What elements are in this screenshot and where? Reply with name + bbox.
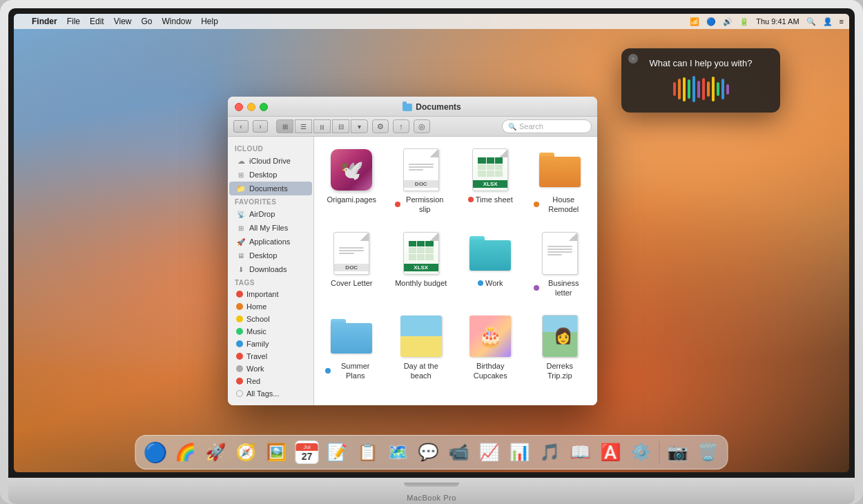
file-item-summer[interactable]: Summer Plans xyxy=(322,311,381,384)
menu-window[interactable]: Window xyxy=(162,17,192,26)
sidebar-item-all-files[interactable]: ⊞ All My Files xyxy=(229,221,312,235)
menu-go[interactable]: Go xyxy=(142,17,153,26)
sidebar-all-tags[interactable]: All Tags... xyxy=(229,387,312,400)
forward-button[interactable]: › xyxy=(253,120,268,133)
dock-trash[interactable]: 🗑️ xyxy=(695,438,722,466)
cover-view-button[interactable]: ⊟ xyxy=(332,119,349,133)
reminders-dock-icon: 📋 xyxy=(358,443,378,462)
tags-button[interactable]: ◎ xyxy=(414,119,430,133)
dock-numbers[interactable]: 📊 xyxy=(506,438,534,466)
file-item-cupcakes[interactable]: 🎂 Birthday Cupcakes xyxy=(461,311,520,384)
tags-header: Tags xyxy=(228,276,313,288)
file-item-business[interactable]: Business letter xyxy=(531,229,590,301)
sidebar-tag-home[interactable]: Home xyxy=(229,300,312,313)
dock-maps[interactable]: 🗺️ xyxy=(385,438,412,466)
list-view-button[interactable]: ☰ xyxy=(295,119,312,133)
sidebar-tag-important[interactable]: Important xyxy=(229,288,312,300)
dock-reminders[interactable]: 📋 xyxy=(354,438,382,466)
dock-finder[interactable]: 🔵 xyxy=(142,438,169,466)
icon-view-button[interactable]: ⊞ xyxy=(276,119,293,133)
search-icon[interactable]: 🔍 xyxy=(806,17,816,26)
trash-dock-icon: 🗑️ xyxy=(698,443,719,462)
dock-appstore[interactable]: 🅰️ xyxy=(597,438,625,466)
grid-cell xyxy=(487,164,494,171)
dock-books[interactable]: 📖 xyxy=(567,438,594,466)
menu-finder[interactable]: Finder xyxy=(32,17,57,26)
sidebar-item-desktop[interactable]: ⊞ Desktop xyxy=(229,168,312,182)
file-icon-budget: XLSX xyxy=(399,231,443,275)
file-item-timesheet[interactable]: XLSX Time sheet xyxy=(461,145,520,217)
dock-facetime[interactable]: 📹 xyxy=(445,438,473,466)
back-button[interactable]: ‹ xyxy=(233,120,249,133)
file-label: Origami.pages xyxy=(327,195,376,204)
file-item-permission[interactable]: DOC Permission slip xyxy=(392,145,451,217)
file-item-cover-letter[interactable]: DOC Cover Letter xyxy=(322,229,381,301)
zip-icon: 👩 xyxy=(542,315,578,358)
doc-line xyxy=(409,164,434,165)
file-item-origami[interactable]: 🕊️ Origami.pages xyxy=(322,145,381,217)
action-button[interactable]: ⚙ xyxy=(372,119,389,133)
column-view-button[interactable]: ⫼ xyxy=(313,119,331,133)
menu-edit[interactable]: Edit xyxy=(90,17,104,26)
minimize-button[interactable] xyxy=(247,103,255,111)
sidebar-item-airdrop[interactable]: 📡 AirDrop xyxy=(229,207,312,221)
dock-calendar[interactable]: Jul 27 xyxy=(293,438,321,466)
camera-dock-icon: 📷 xyxy=(668,443,688,462)
file-item-work[interactable]: Work xyxy=(461,229,520,301)
dock-music[interactable]: 🎵 xyxy=(536,438,564,466)
sidebar-item-icloud-drive[interactable]: ☁ iCloud Drive xyxy=(229,154,312,168)
stocks-dock-icon: 📈 xyxy=(479,443,500,462)
sidebar-tag-work[interactable]: Work xyxy=(229,362,312,375)
messages-dock-icon: 💬 xyxy=(418,443,439,462)
menu-help[interactable]: Help xyxy=(201,17,218,26)
list-icon[interactable]: ≡ xyxy=(840,17,844,26)
sidebar-tag-travel[interactable]: Travel xyxy=(229,350,312,362)
file-item-house-remodel[interactable]: House Remodel xyxy=(531,145,590,217)
dock-launchpad[interactable]: 🚀 xyxy=(202,438,230,466)
dock-photos-app[interactable]: 🖼️ xyxy=(263,438,291,466)
photo-cupcakes: 🎂 xyxy=(469,316,511,357)
sidebar-tag-family[interactable]: Family xyxy=(229,338,312,350)
wave-bar-5 xyxy=(692,76,695,102)
facetime-dock-icon: 📹 xyxy=(449,443,469,462)
title-folder-icon xyxy=(403,104,412,111)
file-item-budget[interactable]: XLSX Monthly budget xyxy=(392,229,451,301)
folder-body xyxy=(331,323,372,353)
finder-content: 🕊️ Origami.pages xyxy=(314,137,597,405)
dock-stocks[interactable]: 📈 xyxy=(476,438,503,466)
share-button[interactable]: ↑ xyxy=(393,119,409,133)
menu-view[interactable]: View xyxy=(114,17,132,26)
wave-bar-3 xyxy=(683,77,686,101)
sidebar-tag-school[interactable]: School xyxy=(229,313,312,325)
safari-dock-icon: 🧭 xyxy=(236,443,257,462)
options-button[interactable]: ▾ xyxy=(351,119,368,133)
dock-safari[interactable]: 🧭 xyxy=(233,438,260,466)
siri-close-button[interactable]: × xyxy=(628,54,638,64)
file-item-derreks[interactable]: 👩 Derreks Trip.zip xyxy=(531,311,590,384)
dock-settings[interactable]: ⚙️ xyxy=(628,438,655,466)
search-box[interactable]: 🔍 Search xyxy=(502,119,592,133)
dock-messages[interactable]: 💬 xyxy=(415,438,443,466)
file-icon-cover: DOC xyxy=(329,231,374,275)
file-label: Business letter xyxy=(534,278,587,298)
dock-separator xyxy=(659,441,660,463)
maximize-button[interactable] xyxy=(260,103,268,111)
tag-dot xyxy=(478,280,483,286)
sidebar-item-applications[interactable]: 🚀 Applications xyxy=(229,235,312,249)
menu-file[interactable]: File xyxy=(67,17,80,26)
file-item-beach[interactable]: Day at the beach xyxy=(392,311,451,384)
tag-color-red xyxy=(236,378,243,385)
tag-label: All Tags... xyxy=(246,389,280,398)
dock-siri[interactable]: 🌈 xyxy=(172,438,200,466)
dock-camera[interactable]: 📷 xyxy=(664,438,692,466)
sidebar-item-documents[interactable]: 📁 Documents xyxy=(229,182,312,195)
sidebar-tag-red[interactable]: Red xyxy=(229,375,312,387)
sidebar-tag-music[interactable]: Music xyxy=(229,325,312,338)
user-icon[interactable]: 👤 xyxy=(823,17,833,26)
close-button[interactable] xyxy=(235,103,243,111)
tag-label: Music xyxy=(246,327,266,336)
grid-cell xyxy=(487,171,494,177)
sidebar-item-desktop-fav[interactable]: 🖥 Desktop xyxy=(229,249,312,262)
dock-notes[interactable]: 📝 xyxy=(324,438,351,466)
sidebar-item-downloads[interactable]: ⬇ Downloads xyxy=(229,262,312,276)
